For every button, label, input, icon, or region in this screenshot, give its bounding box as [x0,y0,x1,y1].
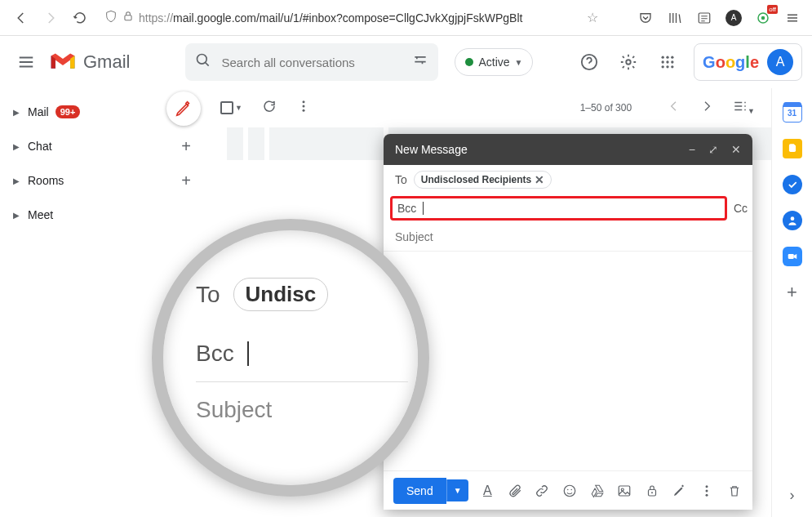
select-all-checkbox[interactable]: ▼ [220,101,242,114]
mag-subject-label: Subject [196,397,272,423]
discard-icon[interactable] [726,484,743,498]
browser-menu-icon[interactable] [781,7,804,29]
nav-reload-icon[interactable] [67,5,93,31]
search-icon [195,52,211,72]
prev-page-icon[interactable] [668,100,681,116]
mag-chip: Undisc [233,278,329,311]
fullscreen-icon[interactable]: ⤢ [708,143,718,156]
search-input[interactable] [221,56,402,69]
readermode-icon[interactable] [693,7,716,29]
star-icon[interactable]: ☆ [587,10,598,25]
sidebar-item-mail[interactable]: ▶ Mail 99+ [0,95,204,129]
contacts-addon-icon[interactable] [783,211,802,230]
svg-point-10 [662,60,664,63]
attach-icon[interactable] [507,484,523,498]
compose-bcc-row[interactable]: Bcc [390,196,727,221]
apps-grid-icon[interactable] [651,46,684,78]
pagination-label: 1–50 of 300 [580,102,632,114]
minimize-icon[interactable]: − [689,143,695,156]
refresh-icon[interactable] [262,99,277,117]
svg-point-22 [567,488,569,490]
next-page-icon[interactable] [700,100,713,116]
compose-to-row[interactable]: To Undisclosed Recipients ✕ [384,165,752,194]
ext-badge-text: off [767,5,778,14]
svg-point-21 [564,485,575,497]
chat-status-button[interactable]: Active ▼ [455,48,533,76]
chevron-right-icon: ▶ [13,211,20,220]
keep-addon-icon[interactable] [783,139,802,158]
send-options-button[interactable]: ▼ [446,479,468,501]
sidebar-item-label: Meet [28,208,53,221]
sidebar-item-rooms[interactable]: ▶ Rooms + [0,163,204,198]
library-icon[interactable] [663,7,686,29]
send-button[interactable]: Send [393,478,446,504]
svg-rect-24 [619,486,630,496]
drive-icon[interactable] [589,484,606,498]
compose-body[interactable] [384,252,752,470]
signature-icon[interactable] [671,484,687,498]
image-icon[interactable] [616,484,632,498]
emoji-icon[interactable] [561,484,578,498]
app-title: Gmail [83,51,130,73]
browser-avatar[interactable]: A [722,7,745,29]
text-cursor [423,202,424,215]
chevron-down-icon: ▼ [515,58,523,67]
nav-forward-icon [38,5,64,31]
svg-point-30 [706,493,708,496]
density-icon[interactable]: ▼ [733,99,755,117]
zoom-magnifier: To Undisc Bcc Subject [152,219,429,497]
chevron-right-icon: ▶ [13,176,20,185]
app-header: Gmail Active ▼ Google A [0,36,812,88]
subject-input[interactable] [395,230,741,243]
mag-bcc-label: Bcc [196,341,234,367]
cc-toggle[interactable]: Cc [734,202,752,215]
svg-point-13 [662,65,664,68]
plus-icon[interactable]: + [181,137,191,156]
calendar-addon-icon[interactable]: 31 [783,103,802,123]
svg-point-3 [761,16,765,20]
mag-to-row: To Undisc [196,263,408,326]
compose-titlebar[interactable]: New Message − ⤢ ✕ [384,134,752,165]
extension-icon[interactable]: off [752,7,774,29]
svg-point-4 [197,55,207,65]
svg-point-18 [302,109,304,112]
url-bar[interactable]: https://mail.google.com/mail/u/1/#inbox?… [96,5,631,31]
format-icon[interactable]: A [480,484,496,498]
add-addon-icon[interactable]: + [783,283,802,302]
link-icon[interactable] [535,484,551,498]
lock-icon [122,11,134,25]
collapse-panel-icon[interactable]: › [790,487,795,504]
search-options-icon[interactable] [412,52,428,72]
compose-title: New Message [395,143,468,156]
plus-icon[interactable]: + [181,172,191,190]
gmail-logo[interactable]: Gmail [49,51,130,73]
close-icon[interactable]: ✕ [731,143,741,156]
support-icon[interactable] [573,46,606,78]
zoom-addon-icon[interactable] [783,247,802,266]
svg-rect-0 [125,15,131,20]
confidential-icon[interactable] [644,484,660,498]
settings-icon[interactable] [612,46,645,78]
account-avatar[interactable]: A [767,49,793,75]
tasks-addon-icon[interactable] [783,175,802,194]
nav-back-icon[interactable] [8,5,34,31]
svg-point-8 [666,56,668,59]
google-account-block[interactable]: Google A [694,43,802,81]
chip-remove-icon[interactable]: ✕ [535,173,544,186]
compose-more-icon[interactable] [699,484,715,498]
sidebar-item-meet[interactable]: ▶ Meet [0,198,204,232]
google-wordmark: Google [703,53,759,72]
pocket-icon[interactable] [634,7,657,29]
chevron-down-icon[interactable]: ▼ [235,104,242,112]
svg-point-6 [626,60,631,65]
search-bar[interactable] [185,43,438,81]
more-icon[interactable] [296,99,311,117]
sidebar-item-chat[interactable]: ▶ Chat + [0,129,204,163]
right-side-panel: 31 + › [771,88,812,517]
sidebar-item-label: Rooms [28,174,64,187]
recipient-chip[interactable]: Undisclosed Recipients ✕ [414,171,552,189]
main-menu-icon[interactable] [10,46,42,78]
gmail-m-icon [49,51,77,73]
compose-subject-row[interactable] [384,222,752,252]
svg-point-17 [302,105,304,108]
